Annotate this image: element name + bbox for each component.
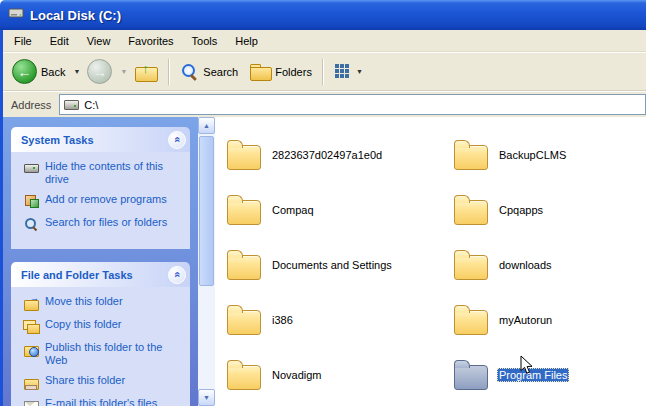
folder-icon[interactable] bbox=[454, 145, 488, 170]
views-dropdown-icon: ▼ bbox=[356, 68, 363, 75]
folder-icon[interactable] bbox=[454, 310, 488, 335]
menu-favorites[interactable]: Favorites bbox=[119, 32, 182, 50]
address-input[interactable]: C:\ bbox=[59, 94, 646, 115]
title-bar: Local Disk (C:) bbox=[0, 0, 646, 30]
forward-button[interactable]: → bbox=[82, 56, 117, 88]
task-link-email-folder[interactable]: E-mail this folder's files bbox=[23, 397, 184, 406]
folder-name[interactable]: BackupCLMS bbox=[497, 148, 568, 162]
folder-tile[interactable]: Cpqapps bbox=[454, 182, 646, 237]
folders-button[interactable]: Folders bbox=[245, 56, 317, 88]
email-icon bbox=[23, 397, 39, 406]
back-label: Back bbox=[41, 66, 65, 78]
task-link-publish-folder[interactable]: Publish this folder to the Web bbox=[23, 341, 184, 367]
folder-icon[interactable] bbox=[227, 145, 261, 170]
menu-bar: File Edit View Favorites Tools Help bbox=[3, 30, 646, 52]
folder-name[interactable]: downloads bbox=[497, 258, 554, 272]
search-label: Search bbox=[203, 66, 238, 78]
section-file-folder-tasks: File and Folder Tasks « Move this folder… bbox=[11, 262, 190, 406]
task-link-move-folder[interactable]: Move this folder bbox=[23, 295, 184, 311]
address-value: C:\ bbox=[84, 99, 98, 111]
folder-name[interactable]: 2823637d02497a1e0d bbox=[270, 148, 384, 162]
folders-label: Folders bbox=[275, 66, 312, 78]
folder-name[interactable]: myAutorun bbox=[497, 313, 554, 327]
folder-tile[interactable]: 2823637d02497a1e0d bbox=[227, 127, 454, 182]
publish-folder-icon bbox=[23, 341, 39, 357]
task-link-share-folder[interactable]: Share this folder bbox=[23, 374, 184, 390]
back-button[interactable]: ← Back bbox=[7, 56, 70, 88]
search-icon bbox=[23, 216, 39, 232]
drive-icon bbox=[23, 160, 39, 176]
menu-view[interactable]: View bbox=[78, 32, 120, 50]
task-link-copy-folder[interactable]: Copy this folder bbox=[23, 318, 184, 334]
menu-tools[interactable]: Tools bbox=[183, 32, 227, 50]
section-title: File and Folder Tasks bbox=[21, 269, 133, 281]
search-icon bbox=[180, 62, 199, 81]
section-header-system-tasks[interactable]: System Tasks « bbox=[11, 127, 190, 152]
folder-icon[interactable] bbox=[227, 200, 261, 225]
folder-name[interactable]: Cpqapps bbox=[497, 203, 545, 217]
folder-icon[interactable] bbox=[227, 310, 261, 335]
taskpane-scrollbar[interactable]: ▲ ▼ bbox=[198, 117, 215, 406]
folder-name[interactable]: Program Files bbox=[497, 368, 569, 382]
task-link-label[interactable]: Hide the contents of this drive bbox=[45, 160, 184, 186]
task-link-hide-contents[interactable]: Hide the contents of this drive bbox=[23, 160, 184, 186]
scrollbar-thumb[interactable] bbox=[199, 136, 214, 286]
tiles-grid: 2823637d02497a1e0d BackupCLMS Compaq Cpq… bbox=[215, 117, 646, 402]
folder-tile[interactable]: Novadigm bbox=[227, 347, 454, 402]
copy-folder-icon bbox=[23, 318, 39, 334]
task-link-search-files[interactable]: Search for files or folders bbox=[23, 216, 184, 232]
scroll-down-icon[interactable]: ▼ bbox=[198, 389, 215, 406]
task-link-label[interactable]: Copy this folder bbox=[45, 318, 121, 331]
up-folder-icon bbox=[134, 62, 158, 81]
disk-drive-icon bbox=[8, 5, 24, 25]
menu-help[interactable]: Help bbox=[226, 32, 267, 50]
menu-edit[interactable]: Edit bbox=[41, 32, 78, 50]
forward-dropdown-icon[interactable]: ▼ bbox=[120, 68, 127, 75]
folder-tile[interactable]: myAutorun bbox=[454, 292, 646, 347]
scroll-up-icon[interactable]: ▲ bbox=[198, 117, 215, 134]
folder-icon[interactable] bbox=[454, 200, 488, 225]
task-link-label[interactable]: Search for files or folders bbox=[45, 216, 167, 229]
task-link-label[interactable]: Publish this folder to the Web bbox=[45, 341, 184, 367]
folder-name[interactable]: Documents and Settings bbox=[270, 258, 394, 272]
folders-icon bbox=[250, 63, 271, 80]
folder-name[interactable]: Novadigm bbox=[270, 368, 324, 382]
section-title: System Tasks bbox=[21, 134, 94, 146]
drive-icon bbox=[64, 100, 79, 110]
task-link-label[interactable]: Add or remove programs bbox=[45, 193, 167, 206]
task-link-label[interactable]: Move this folder bbox=[45, 295, 123, 308]
section-system-tasks: System Tasks « Hide the contents of this… bbox=[11, 127, 190, 249]
address-label: Address bbox=[7, 99, 55, 111]
back-dropdown-icon[interactable]: ▼ bbox=[73, 68, 80, 75]
folder-tile[interactable]: Compaq bbox=[227, 182, 454, 237]
chevron-up-icon[interactable]: « bbox=[168, 266, 186, 284]
search-button[interactable]: Search bbox=[175, 56, 243, 88]
folder-icon[interactable] bbox=[454, 365, 488, 390]
forward-icon: → bbox=[87, 59, 112, 84]
task-link-label[interactable]: Share this folder bbox=[45, 374, 125, 387]
folder-tile[interactable]: BackupCLMS bbox=[454, 127, 646, 182]
toolbar-separator bbox=[322, 59, 324, 85]
views-icon bbox=[335, 64, 350, 79]
views-button[interactable]: ▼ bbox=[329, 56, 368, 88]
section-body: Move this folder Copy this folder Publis… bbox=[11, 287, 190, 406]
folder-name[interactable]: Compaq bbox=[270, 203, 316, 217]
folder-tile-program-files[interactable]: Program Files bbox=[454, 347, 646, 402]
folder-tile[interactable]: Documents and Settings bbox=[227, 237, 454, 292]
folder-icon[interactable] bbox=[454, 255, 488, 280]
explorer-window: Local Disk (C:) File Edit View Favorites… bbox=[0, 0, 646, 406]
up-button[interactable] bbox=[129, 56, 163, 88]
folder-icon[interactable] bbox=[227, 365, 261, 390]
section-header-file-folder-tasks[interactable]: File and Folder Tasks « bbox=[11, 262, 190, 287]
task-link-add-remove-programs[interactable]: Add or remove programs bbox=[23, 193, 184, 209]
menu-file[interactable]: File bbox=[5, 32, 41, 50]
section-body: Hide the contents of this drive Add or r… bbox=[11, 152, 190, 249]
back-icon: ← bbox=[12, 59, 37, 84]
folder-tile[interactable]: i386 bbox=[227, 292, 454, 347]
chevron-up-icon[interactable]: « bbox=[168, 131, 186, 149]
folder-icon[interactable] bbox=[227, 255, 261, 280]
move-folder-icon bbox=[23, 295, 39, 311]
task-link-label[interactable]: E-mail this folder's files bbox=[45, 397, 157, 406]
folder-name[interactable]: i386 bbox=[270, 313, 295, 327]
folder-tile[interactable]: downloads bbox=[454, 237, 646, 292]
